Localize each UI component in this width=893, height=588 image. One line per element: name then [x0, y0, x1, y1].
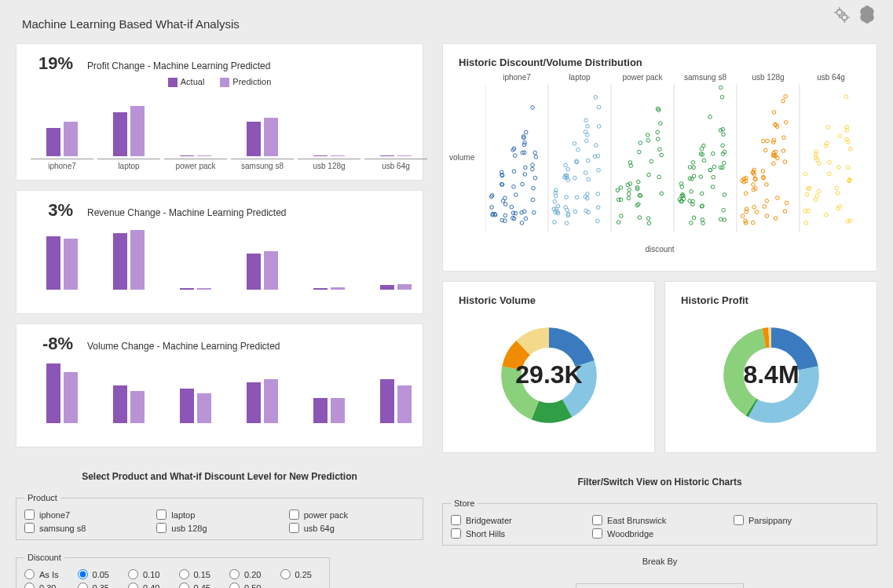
- brain-icon[interactable]: [857, 5, 877, 27]
- scatter-title: Historic Discount/Volume Distribution: [459, 57, 862, 68]
- bar-category-label: iphone7: [31, 159, 93, 170]
- product-checkbox[interactable]: usb 64g: [289, 523, 415, 533]
- breakby-filter: StoreProduct: [576, 583, 744, 588]
- svg-point-137: [650, 159, 653, 163]
- profit-kpi-label: Profit Change - Machine Learning Predict…: [87, 60, 270, 71]
- historic-profit-donut: 8.4M: [708, 312, 834, 438]
- scatter-facet-title: laptop: [548, 73, 611, 82]
- bar-actual: [247, 122, 261, 156]
- svg-point-91: [587, 177, 591, 181]
- volume-kpi-card: -8% Volume Change - Machine Learning Pre…: [16, 323, 423, 447]
- svg-point-284: [835, 186, 839, 190]
- svg-point-287: [838, 134, 842, 138]
- historic-profit-title: Historic Profit: [681, 294, 862, 306]
- svg-point-33: [520, 221, 524, 225]
- svg-point-254: [782, 136, 786, 140]
- svg-point-281: [828, 161, 832, 165]
- bar-actual: [46, 363, 60, 423]
- svg-point-18: [503, 214, 507, 217]
- svg-point-226: [752, 183, 756, 187]
- discount-radio[interactable]: 0.30: [24, 583, 68, 588]
- discount-filter: Discount As Is0.050.100.150.200.250.300.…: [16, 557, 330, 588]
- bar-prediction: [264, 251, 278, 290]
- svg-point-147: [657, 175, 661, 179]
- svg-point-36: [523, 173, 527, 177]
- svg-point-271: [815, 194, 819, 198]
- revenue-kpi-value: 3%: [31, 200, 73, 221]
- volume-kpi-value: -8%: [31, 334, 73, 354]
- svg-point-283: [837, 166, 841, 170]
- svg-point-183: [711, 152, 715, 155]
- svg-point-233: [763, 205, 767, 209]
- store-checkbox[interactable]: Woodbridge: [592, 528, 727, 539]
- scatter-plot: [485, 75, 862, 239]
- discount-radio[interactable]: 0.15: [179, 569, 221, 579]
- svg-point-166: [690, 221, 694, 225]
- gear-brain-icon[interactable]: [832, 5, 852, 27]
- svg-point-46: [534, 155, 538, 159]
- svg-point-82: [575, 195, 579, 199]
- store-checkbox[interactable]: Bridgewater: [451, 515, 586, 525]
- store-checkbox[interactable]: East Brunswick: [592, 515, 727, 525]
- product-checkbox[interactable]: laptop: [156, 509, 282, 520]
- discount-radio[interactable]: 0.20: [229, 569, 271, 579]
- discount-radio[interactable]: 0.10: [128, 569, 170, 579]
- svg-point-275: [814, 198, 818, 202]
- discount-radio[interactable]: 0.35: [78, 583, 119, 588]
- bar-actual: [46, 236, 60, 290]
- historic-volume-donut: 29.3K: [486, 312, 612, 438]
- svg-point-139: [646, 133, 650, 137]
- svg-point-222: [751, 221, 755, 225]
- store-checkbox[interactable]: Parsippany: [734, 515, 869, 525]
- revenue-kpi-label: Revenue Change - Machine Learning Predic…: [87, 207, 287, 218]
- svg-point-66: [553, 221, 557, 225]
- svg-point-277: [827, 172, 831, 176]
- product-checkbox[interactable]: samsung s8: [24, 523, 150, 533]
- svg-point-31: [511, 211, 515, 215]
- volume-kpi-label: Volume Change - Machine Learning Predict…: [87, 341, 280, 352]
- svg-point-54: [532, 187, 536, 191]
- product-checkbox[interactable]: usb 128g: [156, 523, 282, 533]
- bar-prediction: [264, 118, 278, 157]
- svg-point-285: [836, 192, 840, 195]
- discount-radio[interactable]: 0.45: [179, 583, 221, 588]
- svg-point-232: [762, 139, 766, 143]
- discount-radio[interactable]: 0.25: [280, 569, 322, 579]
- donut-center-value: 8.4M: [743, 360, 799, 389]
- discount-radio[interactable]: 0.40: [128, 583, 170, 588]
- right-controls-header: Filter/Switch View on Historic Charts: [442, 477, 877, 488]
- svg-point-41: [521, 182, 525, 186]
- svg-point-228: [765, 214, 769, 218]
- svg-point-132: [636, 180, 640, 184]
- svg-point-0: [836, 9, 842, 15]
- svg-point-15: [503, 203, 507, 206]
- svg-point-42: [524, 130, 528, 134]
- svg-point-229: [761, 170, 765, 173]
- bar-actual: [380, 155, 394, 156]
- bar-actual: [247, 382, 261, 423]
- svg-point-29: [513, 154, 517, 158]
- profit-kpi-value: 19%: [31, 53, 73, 74]
- profit-kpi-card: 19% Profit Change - Machine Learning Pre…: [16, 43, 423, 181]
- product-checkbox[interactable]: power pack: [289, 509, 415, 520]
- svg-point-201: [723, 218, 726, 222]
- svg-point-141: [660, 153, 664, 157]
- svg-point-79: [565, 195, 569, 199]
- store-checkbox[interactable]: Short Hills: [451, 528, 586, 539]
- svg-point-142: [659, 122, 663, 126]
- svg-point-103: [596, 192, 600, 196]
- discount-radio[interactable]: As Is: [24, 569, 68, 579]
- svg-point-258: [784, 121, 788, 125]
- discount-radio[interactable]: 0.50: [229, 583, 271, 588]
- svg-point-171: [702, 159, 706, 163]
- historic-profit-card: Historic Profit 8.4M: [664, 281, 877, 453]
- svg-point-236: [765, 199, 769, 203]
- svg-point-198: [719, 86, 723, 89]
- svg-point-26: [510, 205, 514, 209]
- product-checkbox[interactable]: iphone7: [24, 509, 150, 520]
- discount-radio[interactable]: 0.05: [78, 569, 119, 579]
- svg-point-185: [712, 175, 715, 179]
- svg-point-182: [712, 165, 716, 169]
- bar-category-label: samsung s8: [231, 159, 294, 170]
- revenue-kpi-card: 3% Revenue Change - Machine Learning Pre…: [16, 190, 423, 314]
